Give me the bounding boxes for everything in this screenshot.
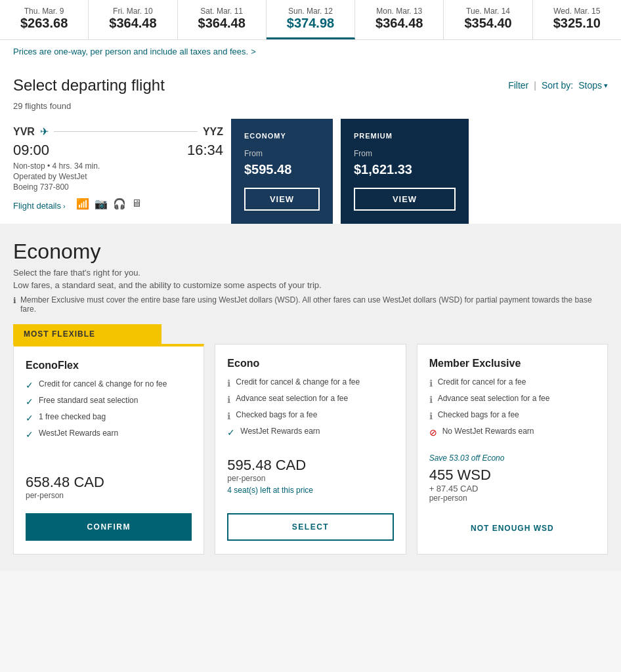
flight-meta-stops: Non-stop • 4 hrs. 34 min. [13, 161, 223, 171]
flight-meta-aircraft: Boeing 737-800 [13, 182, 223, 192]
fare-card-economy: ECONOMY From $595.48 VIEW [231, 119, 333, 224]
bullet: • [47, 161, 53, 171]
member-price-section: Save 53.03 off Econo 455 WSD + 87.45 CAD… [429, 443, 595, 541]
info-bar-text: Prices are one-way, per person and inclu… [13, 47, 248, 56]
flight-details-link[interactable]: Flight details › [13, 201, 66, 211]
econo-feature-2-text: Advance seat selection for a fee [236, 394, 348, 403]
premium-card-label: PREMIUM [354, 132, 456, 140]
member-feature-1: ℹ Credit for cancel for a fee [429, 377, 595, 388]
plane-icon: ✈ [40, 125, 49, 138]
flights-found: 29 flights found [13, 101, 608, 111]
economy-note-text: Member Exclusive must cover the entire b… [20, 295, 608, 314]
cross-icon: ⊘ [429, 427, 437, 438]
econo-feature-3-text: Checked bags for a fee [236, 410, 317, 419]
headphone-icon: 🎧 [113, 198, 126, 210]
day-label: Thu. Mar. 9 [5, 7, 83, 16]
economy-note: ℹ Member Exclusive must cover the entire… [13, 295, 608, 314]
econoflex-feature-4-text: WestJet Rewards earn [39, 429, 118, 438]
fare-card-premium: PREMIUM From $1,621.33 VIEW [341, 119, 469, 224]
check-icon: ✓ [227, 427, 235, 438]
economy-subtitle: Select the fare that's right for you. [13, 268, 608, 278]
main-content: Select departing flight Filter | Sort by… [0, 63, 621, 224]
econo-title: Econo [227, 358, 393, 369]
economy-price: $595.48 [244, 162, 320, 177]
member-exclusive-title: Member Exclusive [429, 358, 595, 369]
nonstop-label: Non-stop [13, 161, 45, 171]
filter-link[interactable]: Filter [508, 80, 528, 91]
confirm-button[interactable]: CONFIRM [26, 513, 192, 541]
most-flexible-banner: MOST FLEXIBLE [13, 324, 161, 344]
member-feature-2: ℹ Advance seat selection for a fee [429, 394, 595, 405]
sort-value: Stops [578, 80, 602, 91]
info-icon: ℹ [227, 411, 230, 421]
economy-desc: Low fares, a standard seat, and the abil… [13, 280, 608, 290]
info-icon: ℹ [227, 394, 230, 405]
date-item-wed-mar-15[interactable]: Wed. Mar. 15 $325.10 [533, 0, 621, 39]
date-item-sat-mar-11[interactable]: Sat. Mar. 11 $364.48 [178, 0, 267, 39]
price-label: $364.48 [183, 16, 261, 31]
member-feature-4-text: No WestJet Rewards earn [442, 427, 534, 436]
fare-options: EconoFlex ✓ Credit for cancel & change f… [13, 344, 608, 555]
econoflex-per-person: per-person [26, 491, 192, 500]
chevron-down-icon: ▾ [604, 81, 608, 90]
econo-per-person: per-person [227, 474, 393, 483]
wifi-icon: 📶 [76, 198, 89, 210]
destination-code: YYZ [203, 126, 223, 138]
economy-section: Economy Select the fare that's right for… [0, 224, 621, 570]
arrive-time: 16:34 [187, 142, 223, 159]
screen-icon: 🖥 [131, 198, 142, 210]
econo-feature-2: ℹ Advance seat selection for a fee [227, 394, 393, 405]
econo-seats-left: 4 seat(s) left at this price [227, 486, 393, 495]
economy-from-text: From [244, 149, 320, 158]
econo-price-section: 595.48 CAD per-person 4 seat(s) left at … [227, 446, 393, 541]
date-item-thu-mar-9[interactable]: Thu. Mar. 9 $263.68 [0, 0, 89, 39]
origin-code: YVR [13, 126, 35, 138]
check-icon: ✓ [26, 429, 33, 440]
info-circle-icon: ℹ [13, 296, 16, 305]
flight-info: YVR ✈ YYZ 09:00 16:34 Non-stop • 4 hrs. … [13, 119, 223, 224]
not-enough-wsd-button[interactable]: NOT ENOUGH WSD [429, 516, 595, 541]
sort-dropdown[interactable]: Stops ▾ [578, 80, 608, 91]
info-bar: Prices are one-way, per person and inclu… [0, 40, 621, 63]
day-label: Wed. Mar. 15 [538, 7, 616, 16]
econoflex-feature-2: ✓ Free standard seat selection [26, 396, 192, 407]
economy-view-button[interactable]: VIEW [244, 188, 320, 211]
econo-feature-4: ✓ WestJet Rewards earn [227, 427, 393, 438]
price-label: $374.98 [272, 16, 349, 31]
day-label: Sun. Mar. 12 [272, 7, 349, 16]
flight-meta-operator: Operated by WestJet [13, 172, 223, 181]
econoflex-feature-3-text: 1 free checked bag [39, 412, 106, 421]
econoflex-feature-1-text: Credit for cancel & change for no fee [39, 379, 167, 388]
econoflex-card: EconoFlex ✓ Credit for cancel & change f… [13, 344, 204, 555]
date-item-mon-mar-13[interactable]: Mon. Mar. 13 $364.48 [355, 0, 444, 39]
info-bar-link[interactable]: > [251, 47, 256, 56]
member-feature-4: ⊘ No WestJet Rewards earn [429, 427, 595, 438]
day-label: Fri. Mar. 10 [94, 7, 171, 16]
amenities-row: 📶 📷 🎧 🖥 [76, 198, 142, 210]
econoflex-feature-4: ✓ WestJet Rewards earn [26, 429, 192, 440]
price-label: $364.48 [94, 16, 171, 31]
econo-feature-3: ℹ Checked bags for a fee [227, 410, 393, 421]
econoflex-price: 658.48 CAD [26, 474, 192, 491]
select-button[interactable]: SELECT [227, 513, 393, 541]
camera-icon: 📷 [95, 198, 108, 210]
premium-view-button[interactable]: VIEW [354, 188, 456, 211]
info-icon: ℹ [429, 378, 433, 388]
date-item-tue-mar-14[interactable]: Tue. Mar. 14 $354.40 [444, 0, 532, 39]
econo-feature-1: ℹ Credit for cancel & change for a fee [227, 377, 393, 388]
day-label: Sat. Mar. 11 [183, 7, 261, 16]
flight-details-text: Flight details [13, 201, 61, 211]
member-per-person: per-person [429, 494, 595, 503]
date-item-sun-mar-12[interactable]: Sun. Mar. 12 $374.98 [267, 0, 355, 39]
member-feature-2-text: Advance seat selection for a fee [438, 394, 550, 403]
price-label: $354.40 [449, 16, 526, 31]
econo-price: 595.48 CAD [227, 457, 393, 474]
info-icon: ℹ [429, 394, 433, 405]
econoflex-feature-3: ✓ 1 free checked bag [26, 412, 192, 423]
route-row: YVR ✈ YYZ [13, 125, 223, 138]
date-item-fri-mar-10[interactable]: Fri. Mar. 10 $364.48 [89, 0, 177, 39]
member-feature-1-text: Credit for cancel for a fee [438, 377, 526, 387]
check-icon: ✓ [26, 413, 33, 423]
econo-feature-4-text: WestJet Rewards earn [240, 427, 320, 436]
premium-from-text: From [354, 149, 456, 158]
